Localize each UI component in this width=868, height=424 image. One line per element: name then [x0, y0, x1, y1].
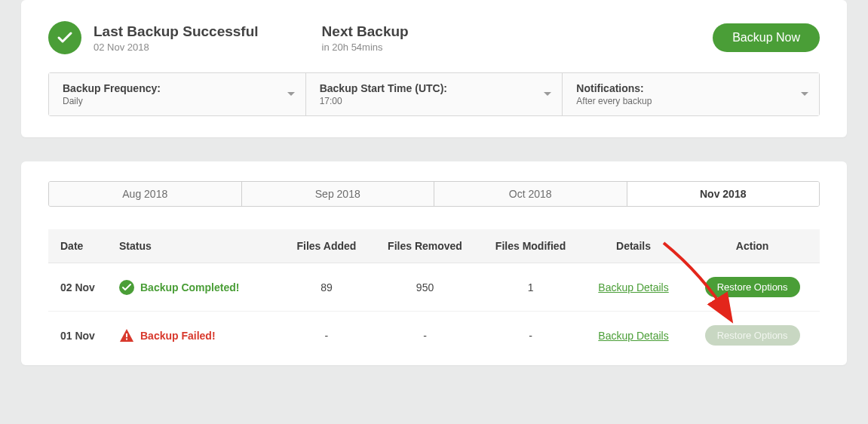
backup-start-time-dropdown[interactable]: Backup Start Time (UTC): 17:00 [306, 73, 563, 115]
row-files-added: - [282, 312, 371, 360]
row-date: 02 Nov [48, 263, 115, 312]
row-files-removed: - [371, 312, 480, 360]
month-tab-active[interactable]: Nov 2018 [627, 182, 820, 206]
notifications-label: Notifications: [576, 82, 805, 94]
backup-now-button[interactable]: Backup Now [713, 23, 820, 52]
checkmark-circle-icon [48, 21, 81, 54]
svg-rect-2 [126, 338, 127, 340]
backup-settings-row: Backup Frequency: Daily Backup Start Tim… [48, 72, 820, 116]
month-tab[interactable]: Aug 2018 [49, 182, 242, 206]
backup-start-time-value: 17:00 [320, 96, 549, 106]
table-row: 02 Nov Backup Completed! 89 950 1 Backup… [48, 263, 820, 312]
last-backup-title: Last Backup Successful [94, 23, 259, 40]
col-date: Date [48, 229, 115, 263]
col-details: Details [582, 229, 686, 263]
backup-summary-card: Last Backup Successful 02 Nov 2018 Next … [21, 0, 847, 137]
col-files-removed: Files Removed [371, 229, 480, 263]
backup-history-card: Aug 2018 Sep 2018 Oct 2018 Nov 2018 Date… [21, 161, 847, 365]
col-status: Status [115, 229, 282, 263]
row-files-modified: - [479, 312, 581, 360]
row-status: Backup Failed! [115, 312, 282, 360]
notifications-dropdown[interactable]: Notifications: After every backup [563, 73, 819, 115]
backup-frequency-dropdown[interactable]: Backup Frequency: Daily [49, 73, 306, 115]
backup-details-link[interactable]: Backup Details [598, 281, 668, 293]
backup-history-table: Date Status Files Added Files Removed Fi… [48, 229, 820, 359]
restore-options-button[interactable]: Restore Options [705, 277, 800, 297]
checkmark-circle-icon [119, 280, 134, 295]
chevron-down-icon [544, 92, 551, 97]
table-row: 01 Nov Backup Failed! - - - Backup Detai… [48, 312, 820, 360]
backup-frequency-value: Daily [63, 96, 292, 106]
chevron-down-icon [801, 92, 808, 97]
row-files-added: 89 [282, 263, 371, 312]
month-tab[interactable]: Oct 2018 [434, 182, 627, 206]
row-files-removed: 950 [371, 263, 480, 312]
backup-details-link[interactable]: Backup Details [598, 330, 668, 342]
backup-start-time-label: Backup Start Time (UTC): [320, 82, 549, 94]
next-backup-block: Next Backup in 20h 54mins [322, 23, 409, 53]
next-backup-countdown: in 20h 54mins [322, 41, 409, 53]
col-action: Action [685, 229, 820, 263]
col-files-modified: Files Modified [479, 229, 581, 263]
row-files-modified: 1 [479, 263, 581, 312]
notifications-value: After every backup [576, 96, 805, 106]
col-files-added: Files Added [282, 229, 371, 263]
backup-frequency-label: Backup Frequency: [63, 82, 292, 94]
backup-summary-row: Last Backup Successful 02 Nov 2018 Next … [48, 21, 820, 72]
chevron-down-icon [287, 92, 295, 97]
row-status-text: Backup Completed! [140, 281, 239, 293]
row-date: 01 Nov [48, 312, 115, 360]
alert-triangle-icon [119, 328, 134, 343]
restore-options-button-disabled: Restore Options [705, 325, 800, 346]
last-backup-text: Last Backup Successful 02 Nov 2018 [94, 23, 259, 53]
table-header-row: Date Status Files Added Files Removed Fi… [48, 229, 820, 263]
month-tab[interactable]: Sep 2018 [242, 182, 435, 206]
month-tabs: Aug 2018 Sep 2018 Oct 2018 Nov 2018 [48, 181, 820, 207]
row-status: Backup Completed! [115, 263, 282, 312]
svg-rect-1 [126, 333, 127, 337]
last-backup-block: Last Backup Successful 02 Nov 2018 [48, 21, 259, 54]
last-backup-date: 02 Nov 2018 [94, 41, 259, 53]
row-status-text: Backup Failed! [140, 330, 216, 342]
next-backup-title: Next Backup [322, 23, 409, 40]
